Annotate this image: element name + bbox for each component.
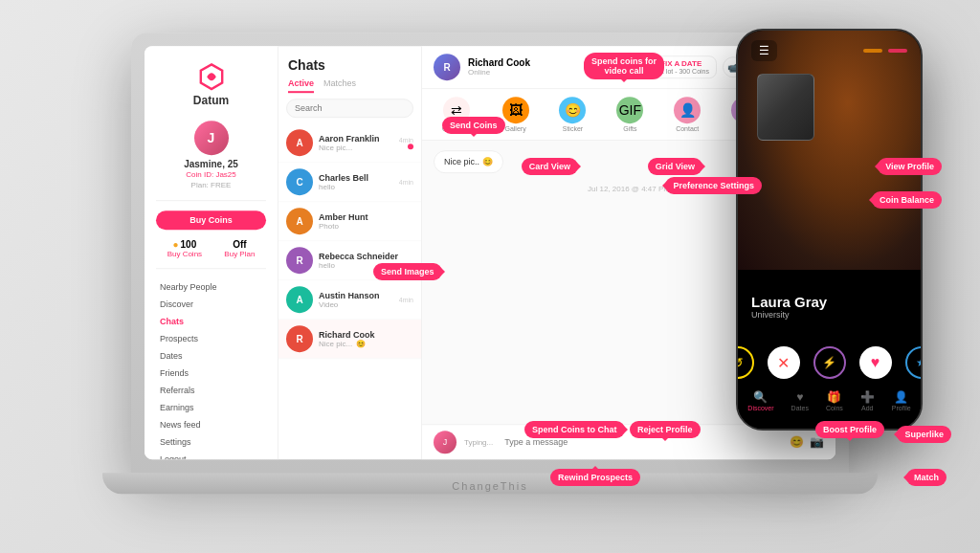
chat-meta-aaron: 4min [399, 137, 413, 149]
reject-button[interactable]: ✕ [768, 346, 800, 379]
rewind-button[interactable]: ↺ [738, 346, 754, 379]
tab-matches[interactable]: Matches [323, 78, 356, 93]
nav-earnings[interactable]: Earnings [156, 400, 266, 417]
nav-logout[interactable]: Logout [156, 452, 266, 460]
callout-spend-coins-chat: Spend Coins to Chat [524, 421, 625, 438]
nav-chats[interactable]: Chats [156, 314, 266, 331]
nav-prospects[interactable]: Prospects [156, 331, 266, 348]
nav-referrals[interactable]: Referrals [156, 383, 266, 400]
like-button[interactable]: ♥ [859, 346, 892, 379]
send-icons: 😊 📷 [790, 435, 824, 449]
phone-nav-dates[interactable]: ♥ Dates [791, 390, 809, 411]
chat-item-amber[interactable]: A Amber Hunt Photo [278, 202, 421, 241]
chat-avatar-austin: A [286, 286, 313, 313]
chat-avatar-amber: A [286, 208, 313, 234]
phone-action-bar: ↺ ✕ ⚡ ♥ ★ 🔍 Discover ♥ Dates [738, 329, 921, 429]
nav-friends[interactable]: Friends [156, 365, 266, 383]
chat-list-panel: Chats Active Matches A Aaron Franklin Ni… [278, 46, 422, 459]
phone-nav-coins[interactable]: 🎁 Coins [826, 390, 843, 411]
toggle-option-1[interactable] [863, 49, 882, 53]
chat-avatar-charles: C [286, 168, 313, 195]
phone-nav-add[interactable]: ➕ Add [860, 390, 875, 411]
nav-list: Nearby People Discover Chats Prospects D… [156, 279, 266, 460]
buy-coins-link[interactable]: Buy Coins [167, 251, 202, 259]
nav-nearby[interactable]: Nearby People [156, 279, 266, 297]
nav-settings[interactable]: Settings [156, 434, 266, 452]
star-button[interactable]: ★ [905, 346, 922, 379]
coins-area: ● 100 Buy Coins Off Buy Plan [156, 240, 266, 270]
callout-send-images: Send Images [373, 263, 442, 280]
logo-area: Datum [156, 61, 266, 107]
buy-coins-button[interactable]: Buy Coins [156, 211, 266, 231]
chat-info-aaron: Aaron Franklin Nice pic... [319, 134, 393, 152]
user-info: Coin ID: Jas25 Plan: FREE [186, 169, 235, 190]
callout-match: Match [906, 469, 947, 486]
action-buttons: ↺ ✕ ⚡ ♥ ★ [738, 346, 921, 379]
user-name: Jasmine, 25 [184, 159, 238, 169]
chat-meta-charles: 4min [399, 179, 413, 186]
logo-text: Datum [193, 94, 229, 107]
phone-nav-discover[interactable]: 🔍 Discover [747, 390, 773, 411]
chat-item-aaron[interactable]: A Aaron Franklin Nice pic... 4min [278, 123, 421, 163]
sidebar: Datum J Jasmine, 25 Coin ID: Jas25 Plan:… [145, 46, 278, 459]
phone-toolbar: ☰ [738, 40, 921, 61]
gifts-btn[interactable]: GIF Gifts [616, 97, 643, 132]
chat-avatar-richard: R [286, 325, 313, 352]
buy-plan-link[interactable]: Buy Plan [224, 251, 255, 259]
coins-nav-icon: 🎁 [827, 390, 841, 404]
callout-rewind-prospects: Rewind Prospects [550, 469, 640, 486]
gallery-btn[interactable]: 🖼 Gallery [502, 97, 529, 132]
chat-avatar-aaron: A [286, 129, 313, 156]
chat-item-richard[interactable]: R Richard Cook Nice pic... 😊 [278, 320, 421, 359]
nav-dates[interactable]: Dates [156, 348, 266, 365]
typing-label: Typing... [464, 438, 493, 447]
filter-icon[interactable]: ☰ [751, 40, 777, 61]
gallery-icon: 🖼 [502, 97, 529, 123]
scene: Datum J Jasmine, 25 Coin ID: Jas25 Plan:… [0, 0, 980, 553]
coin-count-item: ● 100 Buy Coins [167, 240, 202, 259]
chat-item-charles[interactable]: C Charles Bell hello 4min [278, 163, 421, 202]
toggle-option-2[interactable] [888, 49, 907, 53]
avatar: J [194, 121, 229, 155]
laptop-brand: ChangeThis [452, 480, 527, 492]
nav-discover[interactable]: Discover [156, 297, 266, 314]
unread-indicator [408, 144, 413, 149]
phone: ☰ Laura Gray University ↺ ✕ ⚡ ♥ ★ [736, 29, 923, 431]
sticker-btn[interactable]: 😊 Sticker [559, 97, 586, 132]
coin-count: ● 100 [172, 240, 196, 251]
chat-info-richard: Richard Cook Nice pic... 😊 [319, 330, 413, 348]
message-received-1: Nice pic.. 😊 [434, 150, 503, 173]
callout-superlike: Superlike [897, 426, 951, 443]
phone-nav-profile[interactable]: 👤 Profile [892, 390, 911, 411]
chat-item-austin[interactable]: A Austin Hanson Video 4min [278, 280, 421, 320]
tab-active[interactable]: Active [288, 78, 314, 93]
typing-avatar: J [434, 431, 457, 453]
message-input[interactable] [504, 437, 782, 447]
fix-date-info: FIX A DATE 1 lot - 300 Coins [660, 59, 709, 75]
nav-newsfeed[interactable]: News feed [156, 417, 266, 434]
phone-nav: 🔍 Discover ♥ Dates 🎁 Coins ➕ Add [747, 387, 910, 411]
callout-boost-profile: Boost Profile [815, 421, 884, 438]
plan-info: Plan: FREE [186, 180, 235, 190]
dates-nav-icon: ♥ [796, 390, 803, 404]
discover-nav-icon: 🔍 [753, 390, 768, 404]
callout-view-profile: View Profile [878, 158, 942, 175]
callout-send-coins: Send Coins [442, 117, 505, 134]
plan-item: Off Buy Plan [224, 240, 255, 259]
add-nav-icon: ➕ [860, 390, 875, 404]
chat-search-input[interactable] [286, 99, 413, 118]
profile-image-hair [738, 31, 921, 270]
emoji-send-icon[interactable]: 😊 [790, 435, 804, 449]
gifts-icon: GIF [616, 97, 643, 123]
chat-meta-austin: 4min [399, 297, 413, 303]
boost-button[interactable]: ⚡ [813, 346, 846, 379]
coin-id: Coin ID: Jas25 [186, 169, 235, 180]
profile-name: Laura Gray [751, 294, 907, 310]
contact-btn[interactable]: 👤 Contact [674, 97, 701, 132]
sticker-icon: 😊 [559, 97, 586, 123]
datum-logo-icon [196, 61, 227, 92]
chat-avatar-rebecca: R [286, 247, 313, 274]
profile-overlay: Laura Gray University [738, 275, 921, 329]
phone-screen: ☰ Laura Gray University ↺ ✕ ⚡ ♥ ★ [738, 31, 921, 429]
callout-spend-coins-video: Spend coins forvideo call [584, 53, 664, 79]
